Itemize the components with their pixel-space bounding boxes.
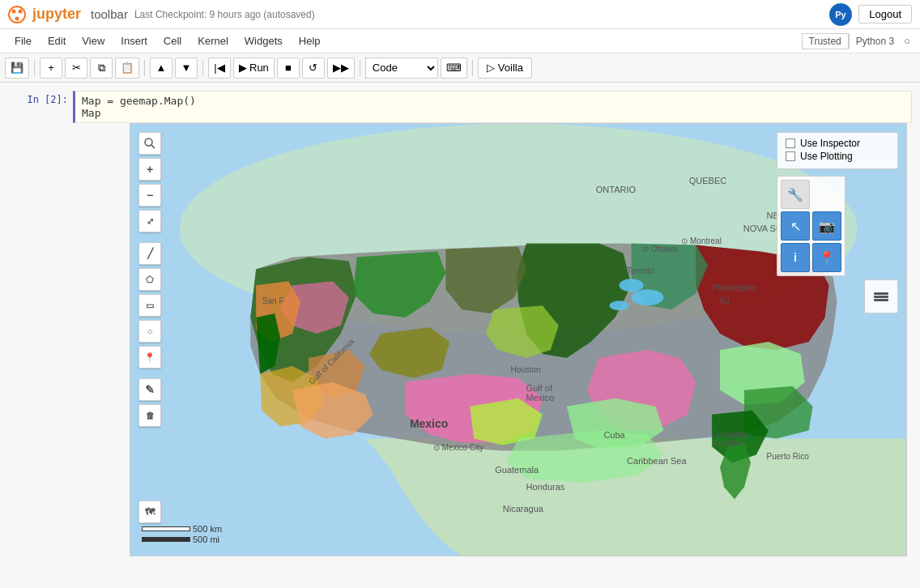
scale-km-row: 500 km (142, 524, 222, 534)
toolbar-label: toolbar (91, 7, 128, 21)
menu-help[interactable]: Help (291, 32, 329, 50)
run-icon: ▶ (239, 62, 247, 74)
scale-mi-label: 500 mi (193, 535, 219, 544)
save-button[interactable]: 💾 (5, 58, 29, 79)
topbar: jupyter toolbar Last Checkpoint: 9 hours… (0, 0, 920, 29)
info-tool-button[interactable]: i (781, 243, 810, 272)
scale-line: 500 km 500 mi (142, 524, 222, 544)
draw-circle-button[interactable]: ○ (138, 320, 161, 343)
checkpoint-info: Last Checkpoint: 9 hours ago (autosaved) (134, 9, 315, 20)
svg-point-2 (19, 9, 23, 13)
svg-rect-13 (874, 292, 888, 295)
svg-text:Py: Py (836, 10, 847, 19)
map-controls-topright: Use Inspector Use Plotting 🔧 ↖ 📷 i 📍 (777, 132, 898, 313)
keyboard-button[interactable]: ⌨ (441, 58, 467, 79)
use-inspector-row: Use Inspector (786, 138, 889, 149)
draw-rect-button[interactable]: ▭ (138, 294, 161, 317)
menubar: File Edit View Insert Cell Kernel Widget… (0, 29, 920, 53)
toolbar-sep-5 (472, 60, 473, 76)
scale-bar: 500 km 500 mi (142, 524, 222, 544)
use-plotting-checkbox[interactable] (786, 151, 795, 161)
svg-point-9 (631, 289, 663, 305)
notebook: In [2]: Map = geemap.Map() Map (0, 83, 920, 588)
run-button[interactable]: ▶ Run (233, 58, 275, 79)
map-container[interactable]: ONTARIO QUEBEC NB PE NOVA SCOTIA ⊙ Ottaw… (130, 123, 907, 556)
voila-icon: ▷ (487, 62, 495, 74)
copy-button[interactable]: ⧉ (90, 58, 113, 79)
logout-button[interactable]: Logout (858, 5, 912, 23)
cell-prompt-area: In [2]: (8, 91, 73, 123)
python-icon: Py (829, 3, 852, 26)
tool-panels: 🔧 ↖ 📷 i 📍 (777, 176, 898, 276)
menu-view[interactable]: View (74, 32, 113, 50)
wrench-tool-button[interactable]: 🔧 (781, 180, 810, 209)
scale-km-seg (142, 526, 190, 531)
svg-rect-14 (874, 296, 888, 298)
menu-edit[interactable]: Edit (40, 32, 74, 50)
svg-point-11 (145, 138, 152, 146)
tools-panel: 🔧 ↖ 📷 i 📍 (777, 176, 845, 276)
add-cell-button[interactable]: + (40, 58, 62, 79)
kernel-info: Python 3 (849, 34, 901, 49)
svg-rect-15 (874, 299, 888, 301)
app-title: jupyter (32, 6, 81, 23)
menu-cell[interactable]: Cell (155, 32, 190, 50)
code-cell: In [2]: Map = geemap.Map() Map (8, 91, 912, 123)
cursor-tool-button[interactable]: ↖ (781, 211, 810, 241)
location-tool-button[interactable]: 📍 (812, 243, 841, 272)
zoom-out-button[interactable]: − (138, 184, 161, 207)
camera-tool-button[interactable]: 📷 (812, 211, 841, 241)
toolbar-sep-4 (360, 60, 360, 76)
map-type-button[interactable]: 🗺 (138, 501, 161, 523)
menu-kernel[interactable]: Kernel (190, 32, 236, 50)
paste-button[interactable]: 📋 (115, 58, 139, 79)
python-logo: Py (829, 3, 852, 26)
empty-tool (812, 180, 841, 209)
map-search-button[interactable] (138, 132, 161, 155)
run-label: Run (249, 62, 269, 74)
menu-widgets[interactable]: Widgets (236, 32, 291, 50)
draw-controls: ╱ ⬠ ▭ ○ 📍 (138, 242, 161, 369)
voila-button[interactable]: ▷ Voilla (478, 58, 532, 79)
map-icon-bottom: 🗺 (138, 501, 161, 523)
scale-mi-row: 500 mi (142, 535, 222, 544)
draw-marker-button[interactable]: 📍 (138, 346, 161, 369)
edit-button[interactable]: ✎ (138, 378, 161, 401)
draw-polygon-button[interactable]: ⬠ (138, 268, 161, 291)
delete-button[interactable]: 🗑 (138, 404, 161, 427)
search-icon (143, 137, 156, 150)
use-inspector-checkbox[interactable] (786, 138, 795, 148)
run-prev-button[interactable]: |◀ (208, 58, 231, 79)
use-plotting-label: Use Plotting (800, 151, 853, 162)
jupyter-logo (8, 6, 26, 23)
restart-run-button[interactable]: ▶▶ (327, 58, 355, 79)
interrupt-button[interactable]: ■ (277, 58, 300, 79)
jupyter-icon (8, 6, 26, 23)
svg-point-10 (610, 300, 629, 310)
code-line-1: Map = geemap.Map() (82, 95, 905, 107)
svg-point-3 (15, 16, 19, 20)
voila-label: Voilla (498, 62, 523, 74)
move-down-button[interactable]: ▼ (175, 58, 198, 79)
cut-button[interactable]: ✂ (65, 58, 87, 79)
restart-button[interactable]: ↺ (302, 58, 325, 79)
scale-km-label: 500 km (193, 524, 222, 534)
move-up-button[interactable]: ▲ (150, 58, 172, 79)
use-plotting-row: Use Plotting (786, 151, 889, 162)
svg-line-12 (151, 145, 155, 148)
kernel-refresh: ○ (901, 33, 914, 49)
topbar-left: jupyter toolbar Last Checkpoint: 9 hours… (8, 6, 315, 23)
use-inspector-label: Use Inspector (800, 138, 860, 149)
zoom-in-button[interactable]: + (138, 158, 161, 181)
fullscreen-button[interactable]: ⤢ (138, 210, 161, 232)
cell-type-select[interactable]: Code Markdown Raw (365, 58, 438, 79)
scale-mi-seg (142, 537, 190, 542)
draw-line-button[interactable]: ╱ (138, 242, 161, 265)
svg-point-8 (620, 279, 644, 292)
menu-file[interactable]: File (6, 32, 40, 50)
code-line-2: Map (82, 107, 905, 119)
toolbar-sep-2 (144, 60, 145, 76)
cell-code-area[interactable]: Map = geemap.Map() Map (73, 91, 912, 123)
layers-button[interactable] (864, 279, 898, 313)
menu-insert[interactable]: Insert (113, 32, 155, 50)
